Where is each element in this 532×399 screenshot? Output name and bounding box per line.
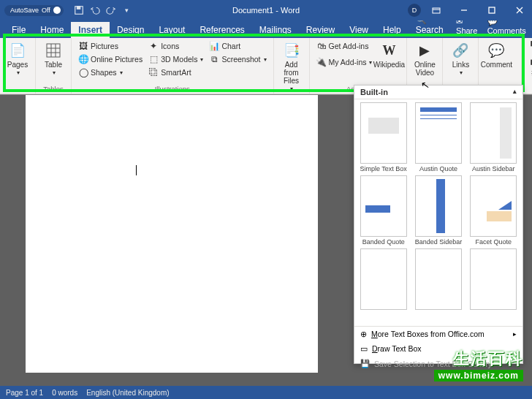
svg-rect-2 (433, 8, 440, 13)
page-number-icon: # (528, 67, 532, 77)
avatar[interactable]: D (408, 4, 421, 17)
online-pictures-button[interactable]: 🌐Online Pictures (76, 53, 145, 66)
screenshot-button[interactable]: ⧉Screenshot▾ (207, 53, 268, 66)
wikipedia-button[interactable]: W Wikipedia (376, 39, 402, 70)
video-icon: ▶ (415, 41, 434, 60)
table-button[interactable]: Table ▾ (40, 39, 66, 77)
pages-button[interactable]: 📄 Pages ▾ (4, 39, 31, 77)
gallery-item-label: Simple Text Box (360, 165, 406, 172)
save-selection-icon: 💾 (360, 359, 370, 368)
cube-icon: ⬚ (148, 54, 159, 64)
gallery-item-banded-quote[interactable] (360, 175, 407, 237)
icons-button[interactable]: ✦Icons (146, 39, 205, 53)
gallery-item-label: Facet Quote (476, 238, 512, 246)
table-icon (44, 41, 63, 60)
chart-button[interactable]: 📊Chart (207, 39, 268, 53)
online-video-label: Online Video (413, 61, 436, 77)
redo-icon[interactable] (104, 4, 118, 17)
links-button[interactable]: 🔗 Links ▾ (447, 39, 474, 77)
gallery-item-austin-quote[interactable] (415, 102, 462, 164)
minimize-button[interactable] (452, 0, 476, 20)
gallery-item-austin-sidebar[interactable] (470, 102, 517, 164)
screenshot-icon: ⧉ (209, 54, 219, 64)
gallery-item-banded-sidebar[interactable] (415, 175, 462, 237)
footer-button[interactable]: ▄Footer▾ (526, 53, 532, 66)
save-icon[interactable] (72, 4, 86, 17)
group-label-tables: Tables (40, 84, 66, 94)
ribbon-display-icon[interactable] (424, 0, 449, 20)
picture-icon: 🖼 (78, 41, 88, 51)
tab-mailings[interactable]: Mailings (252, 22, 299, 38)
shapes-label: Shapes (91, 68, 117, 77)
close-button[interactable] (507, 0, 532, 20)
tab-file[interactable]: File (4, 22, 33, 38)
comment-button[interactable]: 💬 Comment (483, 39, 509, 70)
footer-icon: ▄ (528, 54, 532, 64)
chevron-down-icon: ▾ (17, 69, 20, 76)
chevron-down-icon: ▾ (53, 69, 56, 76)
maximize-button[interactable] (479, 0, 504, 20)
office-icon: ⊕ (360, 330, 367, 338)
autosave-state: Off (42, 7, 50, 14)
scroll-up-icon[interactable]: ▴ (513, 88, 517, 96)
chevron-down-icon: ▾ (264, 56, 267, 63)
comments-label: Comments (487, 26, 526, 35)
tab-insert[interactable]: Insert (71, 22, 110, 38)
gallery-item-label: Austin Quote (419, 165, 457, 172)
tab-view[interactable]: View (342, 22, 376, 38)
gallery-item-facet-quote[interactable] (470, 175, 517, 237)
gallery-item-simple-text-box[interactable] (360, 102, 407, 164)
share-label: Share (456, 26, 477, 35)
gallery-item[interactable] (360, 248, 407, 310)
chevron-down-icon: ▾ (460, 69, 463, 76)
smartart-icon: ⿻ (148, 67, 159, 77)
gallery-item[interactable] (470, 248, 517, 310)
autosave-toggle[interactable]: AutoSave Off (4, 5, 64, 16)
tab-help[interactable]: Help (376, 22, 408, 38)
status-bar: Page 1 of 1 0 words English (United King… (0, 386, 532, 399)
chevron-down-icon: ▾ (200, 56, 203, 63)
tab-review[interactable]: Review (299, 22, 342, 38)
addin-icon: 🔌 (316, 57, 327, 67)
get-addins-button[interactable]: 🛍Get Add-ins (314, 39, 375, 53)
pictures-label: Pictures (91, 42, 118, 50)
tab-design[interactable]: Design (110, 22, 151, 38)
status-page[interactable]: Page 1 of 1 (6, 389, 43, 397)
tab-layout[interactable]: Layout (151, 22, 192, 38)
page-icon: 📄 (8, 41, 27, 60)
undo-icon[interactable] (88, 4, 102, 17)
gallery-item[interactable] (415, 248, 462, 310)
status-words[interactable]: 0 words (52, 389, 77, 397)
smartart-button[interactable]: ⿻SmartArt (146, 66, 205, 79)
chart-icon: 📊 (209, 41, 219, 51)
icons-label: Icons (161, 42, 179, 50)
chevron-down-icon: ▾ (369, 59, 372, 66)
comment-icon: 💬 (487, 41, 506, 60)
svg-rect-4 (489, 7, 495, 13)
wikipedia-icon: W (379, 41, 398, 60)
qat-customize-icon[interactable]: ▾ (121, 4, 134, 17)
comment-label: Comment (481, 61, 512, 69)
status-lang[interactable]: English (United Kingdom) (86, 389, 169, 397)
header-icon: ▀ (528, 41, 532, 51)
pictures-button[interactable]: 🖼Pictures (76, 39, 145, 53)
get-addins-label: Get Add-ins (329, 42, 369, 50)
add-from-files-button[interactable]: 📑 Add from Files ▾ (278, 39, 305, 94)
online-video-button[interactable]: ▶ Online Video (411, 39, 438, 78)
watermark-cn: 生活百科 (434, 348, 523, 370)
my-addins-button[interactable]: 🔌My Add-ins▾ (314, 56, 375, 69)
my-addins-label: My Add-ins (329, 58, 367, 66)
search-label: Search (416, 25, 444, 35)
tab-home[interactable]: Home (33, 22, 71, 38)
shapes-button[interactable]: ◯Shapes▾ (76, 66, 145, 79)
draw-text-box-label: Draw Text Box (372, 344, 422, 353)
more-text-boxes-button[interactable]: ⊕More Text Boxes from Office.com▸ (354, 327, 522, 341)
page-number-button[interactable]: #Page Number▾ (526, 66, 532, 79)
header-button[interactable]: ▀Header▾ (526, 39, 532, 53)
watermark: 生活百科 www.bimeiz.com (434, 348, 523, 381)
autosave-label: AutoSave (10, 7, 39, 14)
tab-references[interactable]: References (192, 22, 251, 38)
3d-models-button[interactable]: ⬚3D Models▾ (146, 53, 205, 66)
page-canvas[interactable] (26, 95, 318, 373)
link-icon: 🔗 (451, 41, 470, 60)
